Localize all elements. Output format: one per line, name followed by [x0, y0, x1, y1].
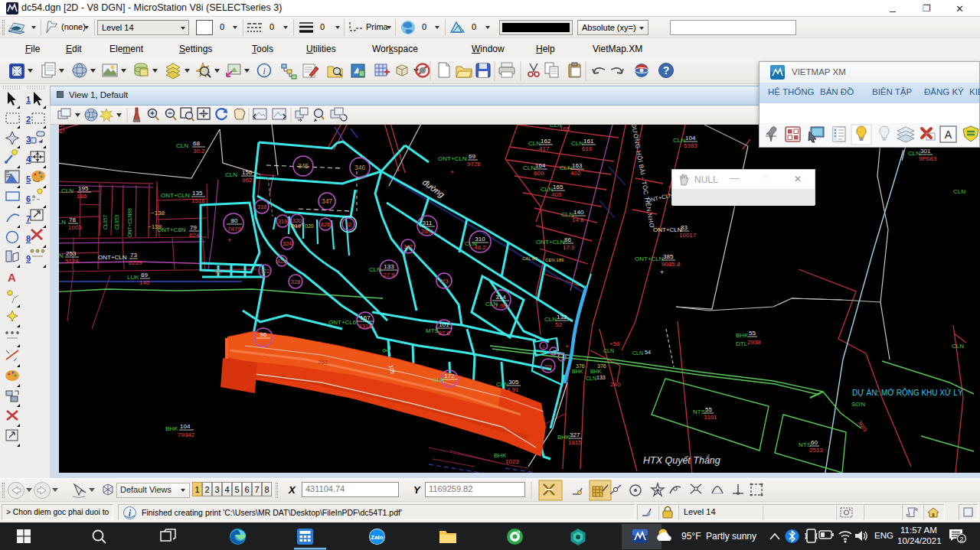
- svg-text:328: 328: [291, 278, 301, 285]
- svg-text:ONT+CLN: ONT+CLN: [653, 226, 682, 233]
- svg-text:68: 68: [193, 140, 200, 147]
- svg-text:2: 2: [959, 535, 963, 543]
- svg-text:132: 132: [557, 314, 567, 321]
- svg-text:ONT+CLN: ONT+CLN: [161, 192, 190, 199]
- svg-text:11057: 11057: [59, 125, 65, 128]
- svg-text:79342: 79342: [178, 431, 195, 438]
- svg-text:CLN: CLN: [59, 219, 66, 226]
- svg-text:CLN: CLN: [953, 188, 965, 195]
- svg-text:5383: 5383: [684, 142, 697, 149]
- svg-text:624: 624: [189, 232, 200, 239]
- svg-text:609: 609: [534, 170, 544, 177]
- svg-text:SƠN: SƠN: [851, 401, 865, 408]
- svg-text:80: 80: [231, 217, 238, 224]
- svg-text:ONT+CLN: ONT+CLN: [438, 155, 467, 162]
- svg-text:6: 6: [26, 194, 31, 203]
- svg-text:ONT+CLN: ONT+CLN: [98, 254, 127, 261]
- svg-text:69: 69: [469, 153, 475, 160]
- svg-text:186: 186: [77, 193, 87, 200]
- svg-text:+59: +59: [609, 340, 620, 347]
- svg-text:346: 346: [354, 164, 365, 171]
- svg-text:A: A: [8, 271, 16, 284]
- svg-text:9085.8: 9085.8: [662, 261, 681, 268]
- svg-text:324: 324: [283, 240, 292, 247]
- svg-text:BHK: BHK: [572, 369, 583, 374]
- svg-text:CLN: CLN: [485, 301, 498, 308]
- svg-text:89: 89: [141, 272, 148, 278]
- svg-text:79: 79: [190, 224, 197, 231]
- svg-text:Zalo: Zalo: [371, 534, 384, 541]
- svg-text:253: 253: [66, 250, 77, 257]
- svg-text:9: 9: [262, 340, 266, 347]
- svg-text:97.8: 97.8: [438, 330, 450, 337]
- svg-text:101: 101: [439, 321, 449, 328]
- svg-text:CLN: CLN: [952, 343, 964, 350]
- svg-text:5: 5: [26, 174, 31, 184]
- svg-text:1003: 1003: [68, 224, 82, 231]
- svg-text:1815: 1815: [568, 439, 582, 446]
- svg-text:DỰ ÁN: MỞ RỘNG KHU XỬ LÝ: DỰ ÁN: MỞ RỘNG KHU XỬ LÝ: [852, 388, 963, 397]
- svg-text:301: 301: [920, 148, 931, 155]
- svg-text:327: 327: [570, 431, 580, 438]
- svg-text:1516: 1516: [191, 197, 205, 204]
- svg-text:CLN: CLN: [369, 266, 381, 273]
- svg-text:ONT+CLN: ONT+CLN: [635, 255, 664, 262]
- svg-text:ONT+CL6: ONT+CL6: [328, 319, 357, 326]
- svg-text:376: 376: [597, 363, 606, 369]
- svg-text:3191: 3191: [704, 414, 717, 421]
- svg-text:ĐƯỜNG HỘI BÀI - TÓC TIÊN.NHƠ: ĐƯỜNG HỘI BÀI - TÓC TIÊN.NHƠ: [630, 125, 655, 229]
- svg-text:104: 104: [685, 135, 696, 142]
- svg-text:104: 104: [180, 423, 191, 430]
- svg-text:TS: TS: [214, 269, 221, 275]
- svg-text:135: 135: [192, 190, 203, 197]
- svg-text:~139: ~139: [148, 223, 162, 230]
- svg-text:+: +: [660, 268, 664, 276]
- svg-text:CLN: CLN: [632, 350, 643, 356]
- svg-text:BHK: BHK: [590, 369, 602, 374]
- svg-text:020: 020: [305, 223, 314, 229]
- svg-text:60: 60: [811, 439, 818, 446]
- svg-text:1023: 1023: [505, 458, 519, 465]
- svg-text:Đ19: Đ19: [291, 223, 301, 229]
- svg-text:+: +: [565, 343, 569, 350]
- svg-text:165: 165: [560, 125, 570, 132]
- svg-text:4: 4: [26, 155, 31, 164]
- svg-text:2938: 2938: [747, 339, 761, 346]
- svg-text:CLN: CLN: [61, 187, 74, 194]
- svg-text:CL853: CL853: [114, 214, 119, 229]
- svg-text:165: 165: [553, 184, 564, 190]
- svg-text:3*3: 3*3: [439, 278, 448, 285]
- svg-text:405: 405: [551, 191, 562, 198]
- svg-text:3: 3: [553, 350, 555, 354]
- svg-text:BHK: BHK: [736, 332, 749, 339]
- svg-text:314: 314: [495, 294, 506, 301]
- svg-text:MTS: MTS: [426, 327, 439, 334]
- svg-text:78: 78: [69, 216, 76, 223]
- svg-text:A: A: [945, 129, 952, 141]
- svg-text:423: 423: [277, 258, 287, 265]
- svg-text:7479: 7479: [227, 226, 241, 233]
- svg-text:30.2: 30.2: [193, 148, 205, 155]
- svg-text:105: 105: [388, 364, 396, 374]
- svg-text:52: 52: [555, 321, 562, 328]
- svg-text:161: 161: [583, 138, 594, 145]
- svg-text:đ: đ: [381, 348, 388, 354]
- svg-text:32: 32: [345, 221, 351, 228]
- svg-text:ONT+CLN88: ONT+CLN88: [127, 208, 132, 237]
- svg-text:55: 55: [705, 406, 712, 413]
- svg-text:DTL: DTL: [736, 340, 748, 347]
- svg-text:318: 318: [257, 203, 267, 210]
- svg-text:?: ?: [663, 64, 670, 76]
- svg-text:140: 140: [139, 279, 150, 286]
- svg-text:CLN: CLN: [586, 376, 596, 381]
- svg-text:LUK: LUK: [127, 274, 139, 281]
- svg-text:162: 162: [541, 138, 551, 145]
- svg-text:14.8: 14.8: [572, 216, 584, 223]
- svg-text:7: 7: [26, 214, 31, 223]
- svg-text:133: 133: [384, 263, 394, 270]
- svg-text:5178: 5178: [65, 258, 79, 265]
- svg-text:28.2: 28.2: [421, 228, 433, 235]
- svg-text:2: 2: [26, 115, 31, 124]
- svg-text:đường: đường: [421, 177, 447, 200]
- svg-text:~138: ~138: [151, 210, 165, 216]
